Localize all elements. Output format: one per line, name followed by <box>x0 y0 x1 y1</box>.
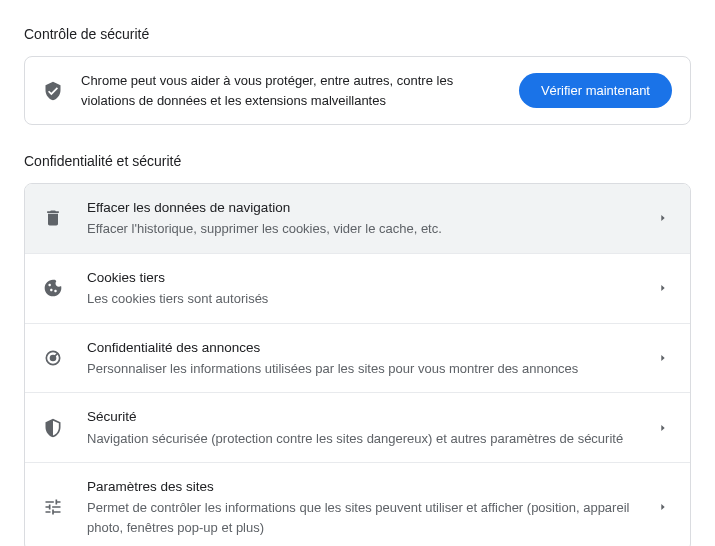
row-title: Effacer les données de navigation <box>87 198 630 218</box>
tune-icon <box>43 497 63 517</box>
row-text: Effacer les données de navigation Efface… <box>87 198 630 239</box>
row-subtitle: Les cookies tiers sont autorisés <box>87 289 630 309</box>
row-title: Confidentialité des annonces <box>87 338 630 358</box>
row-subtitle: Personnaliser les informations utilisées… <box>87 359 630 379</box>
trash-icon <box>43 208 63 228</box>
row-text: Cookies tiers Les cookies tiers sont aut… <box>87 268 630 309</box>
security-row[interactable]: Sécurité Navigation sécurisée (protectio… <box>25 392 690 462</box>
third-party-cookies-row[interactable]: Cookies tiers Les cookies tiers sont aut… <box>25 253 690 323</box>
privacy-security-heading: Confidentialité et sécurité <box>24 153 691 169</box>
site-settings-row[interactable]: Paramètres des sites Permet de contrôler… <box>25 462 690 546</box>
chevron-right-icon <box>654 349 672 367</box>
chevron-right-icon <box>654 209 672 227</box>
verify-now-button[interactable]: Vérifier maintenant <box>519 73 672 108</box>
row-subtitle: Permet de contrôler les informations que… <box>87 498 630 537</box>
safety-check-card: Chrome peut vous aider à vous protéger, … <box>24 56 691 125</box>
shield-icon <box>43 418 63 438</box>
privacy-security-card: Effacer les données de navigation Efface… <box>24 183 691 546</box>
safety-check-text: Chrome peut vous aider à vous protéger, … <box>81 71 501 110</box>
row-text: Sécurité Navigation sécurisée (protectio… <box>87 407 630 448</box>
chevron-right-icon <box>654 279 672 297</box>
ad-target-icon <box>43 348 63 368</box>
row-text: Paramètres des sites Permet de contrôler… <box>87 477 630 537</box>
row-subtitle: Effacer l'historique, supprimer les cook… <box>87 219 630 239</box>
row-title: Sécurité <box>87 407 630 427</box>
row-subtitle: Navigation sécurisée (protection contre … <box>87 429 630 449</box>
row-title: Paramètres des sites <box>87 477 630 497</box>
row-text: Confidentialité des annonces Personnalis… <box>87 338 630 379</box>
chevron-right-icon <box>654 419 672 437</box>
chevron-right-icon <box>654 498 672 516</box>
cookie-icon <box>43 278 63 298</box>
ad-privacy-row[interactable]: Confidentialité des annonces Personnalis… <box>25 323 690 393</box>
row-title: Cookies tiers <box>87 268 630 288</box>
shield-check-icon <box>43 81 63 101</box>
safety-check-heading: Contrôle de sécurité <box>24 26 691 42</box>
clear-browsing-data-row[interactable]: Effacer les données de navigation Efface… <box>25 184 690 253</box>
safety-check-row: Chrome peut vous aider à vous protéger, … <box>25 57 690 124</box>
